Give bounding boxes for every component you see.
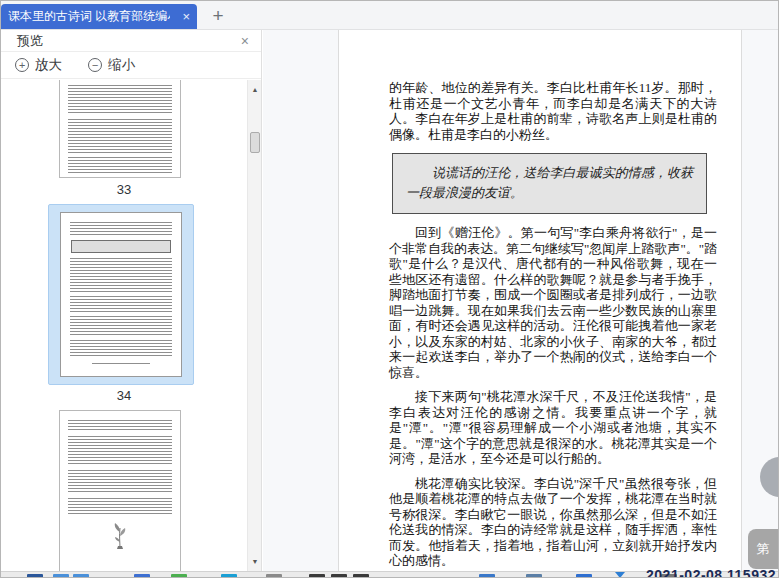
sidebar-close-icon[interactable]: × [241, 33, 249, 49]
thumbnail-list: 33 34 [1, 80, 261, 571]
page-indicator-label: 第 [757, 540, 770, 558]
thumbnail-quote-box [71, 240, 171, 253]
document-viewer: 的年龄、地位的差异有关。李白比杜甫年长11岁。那时，杜甫还是一个文艺小青年，而李… [263, 30, 778, 571]
thumbnail-text-lines [68, 420, 172, 432]
zoom-in-label: 放大 [35, 56, 62, 74]
thumbnail-page-34[interactable] [60, 212, 182, 377]
tray-shield-icon[interactable] [615, 572, 625, 578]
thumbnail-text-lines [68, 85, 172, 115]
thumbnail-label-34: 34 [1, 388, 247, 403]
taskbar-icon-10[interactable] [353, 574, 369, 578]
new-tab-button[interactable]: + [205, 4, 231, 28]
zoom-in-icon: + [15, 58, 29, 72]
preview-sidebar: 预览 × + 放大 − 缩小 33 [1, 30, 262, 571]
page-indicator-button[interactable]: 第 [748, 529, 778, 569]
taskbar-icon-3[interactable] [73, 574, 89, 578]
thumbnail-text-lines [70, 340, 172, 356]
screen: 课本里的古诗词 以教育部统编小 × + 预览 × + 放大 − 缩小 [0, 0, 779, 578]
thumbnail-text-lines [70, 222, 172, 236]
zoom-out-icon: − [88, 58, 102, 72]
sidebar-header: 预览 × [1, 30, 261, 52]
thumbnail-selection-highlight [48, 204, 194, 385]
thumbnail-text-lines [68, 498, 172, 516]
thumbnail-label-33: 33 [1, 182, 247, 197]
thumbnail-text-lines [68, 119, 172, 153]
thumbnail-footer-line [92, 363, 150, 365]
tab-title: 课本里的古诗词 以教育部统编小 [8, 8, 170, 25]
sidebar-toolbar: + 放大 − 缩小 [1, 52, 261, 79]
thumbnail-text-lines [68, 157, 172, 175]
thumbnail-text-lines [70, 258, 172, 292]
taskbar-icon-7[interactable] [266, 574, 282, 578]
tab-close-icon[interactable]: × [182, 10, 190, 23]
plant-illustration-icon [109, 520, 131, 550]
taskbar-icon-2[interactable] [53, 574, 69, 578]
sidebar-scrollbar-thumb[interactable] [250, 132, 260, 153]
quote-text: 说谎话的汪伦，送给李白最诚实的情感，收获一段最浪漫的友谊。 [406, 163, 693, 203]
taskbar-icon-9[interactable] [331, 574, 347, 578]
sidebar-scrollbar[interactable]: ▲ ▼ [247, 80, 261, 571]
browser-tab-bar: 课本里的古诗词 以教育部统编小 × + [1, 1, 778, 29]
paragraph: 回到《赠汪伦》。第一句写"李白乘舟将欲行"，是一个非常自我的表达。第二句继续写"… [389, 225, 717, 380]
thumbnail-text-lines [68, 470, 172, 494]
thumbnail-text-lines [70, 296, 172, 312]
document-page: 的年龄、地位的差异有关。李白比杜甫年长11岁。那时，杜甫还是一个文艺小青年，而李… [338, 30, 742, 571]
paragraph: 接下来两句"桃花潭水深千尺，不及汪伦送我情"，是李白表达对汪伦的感谢之情。我要重… [389, 389, 717, 467]
taskbar-icon-13[interactable] [576, 574, 592, 578]
taskbar-icon-1[interactable] [27, 574, 43, 578]
taskbar-icon-6[interactable] [221, 574, 237, 578]
thumbnail-text-lines [68, 436, 172, 466]
paragraph: 桃花潭确实比较深。李白说"深千尺"虽然很夸张，但他是顺着桃花潭的特点去做了一个发… [389, 476, 717, 569]
floating-scroll-button[interactable] [760, 457, 779, 497]
paragraph: 的年龄、地位的差异有关。李白比杜甫年长11岁。那时，杜甫还是一个文艺小青年，而李… [389, 80, 717, 142]
taskbar-icon-8[interactable] [309, 574, 325, 578]
quote-box: 说谎话的汪伦，送给李白最诚实的情感，收获一段最浪漫的友谊。 [392, 153, 707, 214]
scroll-down-icon[interactable]: ▼ [248, 558, 261, 565]
zoom-out-label: 缩小 [108, 56, 135, 74]
app-body: 预览 × + 放大 − 缩小 33 [1, 29, 778, 571]
thumbnail-text-lines [70, 316, 172, 336]
taskbar-icon-4[interactable] [134, 574, 150, 578]
thumbnail-page-33[interactable] [59, 80, 181, 178]
timestamp-text: 2021-02-08 115932 [646, 567, 776, 578]
zoom-out-button[interactable]: − 缩小 [88, 56, 135, 74]
sidebar-title: 预览 [17, 32, 43, 50]
taskbar-icon-11[interactable] [479, 574, 495, 578]
taskbar-icon-5[interactable] [171, 574, 187, 578]
browser-tab-active[interactable]: 课本里的古诗词 以教育部统编小 × [1, 4, 197, 29]
thumbnail-page-35[interactable] [59, 410, 181, 571]
scroll-up-icon[interactable]: ▲ [248, 86, 261, 93]
zoom-in-button[interactable]: + 放大 [15, 56, 62, 74]
taskbar-icon-12[interactable] [526, 574, 542, 578]
